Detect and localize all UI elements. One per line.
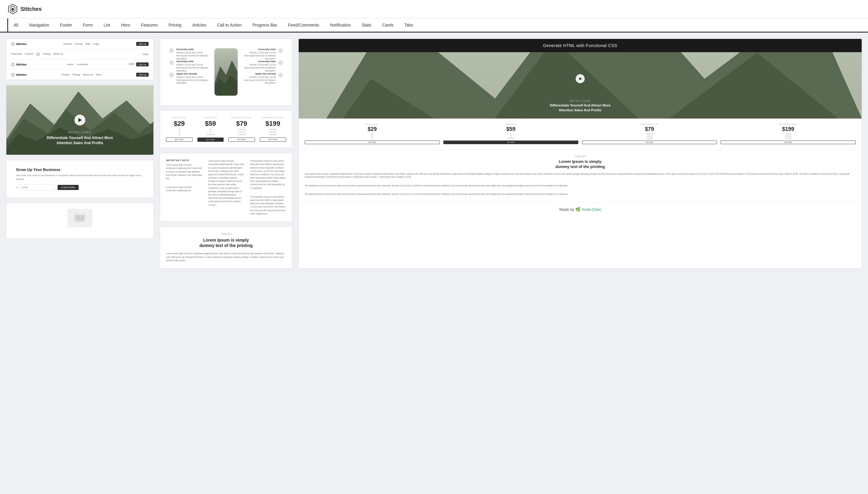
article-left-text-2: Lorem ipsum dolor sit amet, consectetur … — [166, 186, 202, 192]
nav-preview-logo-3: Stitches — [11, 63, 26, 66]
cta-preview: Grow Up Your Business Duis aute irure do… — [6, 160, 153, 197]
nav-preview-links-4: Product Pricing About Us Docs — [61, 73, 101, 76]
nav-item-form[interactable]: Form — [77, 18, 98, 32]
nav-preview-signup-3[interactable]: Sign Up — [136, 62, 149, 66]
pricing-corp-btn[interactable]: BUY NOW — [229, 137, 255, 142]
pricing-basic-btn[interactable]: BUY NOW — [166, 137, 193, 142]
header: Stitches — [0, 0, 868, 18]
right-plan-enterprise: ENTERPRISE PLAN $199 UnlimitedUnlimitedU… — [721, 124, 856, 144]
svg-rect-12 — [75, 215, 84, 221]
article-right-text-1: Lorem ipsum dolor sit amet, consectetur … — [208, 159, 244, 207]
nav-preview-btn-1[interactable]: Sign Up — [136, 42, 149, 46]
right-team-btn[interactable]: BUY NOW — [443, 140, 578, 144]
thumbnail-image — [74, 213, 86, 223]
nav-item-features[interactable]: Features — [136, 18, 163, 32]
pricing-team-btn[interactable]: BUY NOW — [197, 137, 224, 142]
play-triangle-icon — [78, 118, 82, 122]
article-right-col: Lorem ipsum dolor sit amet, consectetur … — [208, 159, 244, 215]
svg-marker-2 — [12, 8, 14, 11]
right-column: Generate HTML with Functional CSS — [298, 39, 862, 268]
nav-item-feed[interactable]: Feed/Comments — [282, 18, 324, 32]
heart-icon: 🌿 — [575, 207, 582, 212]
blog-text: Lorem ipsum dolor sit amet, consectetur … — [166, 252, 286, 262]
features-col-left: Generally traits Section 1.10.32 and 1.1… — [169, 48, 208, 96]
feature-dot-4 — [278, 48, 283, 53]
blog-date: 7 May 2015 — [166, 233, 286, 235]
nav-preview-logo-icon-3 — [11, 63, 15, 66]
nav-inner: All Navigation Footer Form List Hero Fea… — [7, 18, 861, 32]
main-layout: Stitches Product Pricing Help Login Sign… — [0, 33, 868, 274]
feature-item-2: Generally traits Section 1.10.32 and 1.1… — [169, 60, 208, 72]
right-play-button[interactable] — [576, 74, 585, 83]
author-name: Amie Chen — [582, 207, 601, 212]
nav-item-articles[interactable]: Articles — [187, 18, 212, 32]
cta-subscribe-btn[interactable]: SUBSCRIBE — [58, 185, 79, 190]
nav-preview-links-2: Subscribe Product Pricing About Us — [11, 53, 63, 56]
article-right-text-2: The standard chunk of Lorem Ipsum used s… — [250, 159, 286, 190]
mid-column: Generally traits Section 1.10.32 and 1.1… — [160, 39, 292, 268]
cta-text: Duis aute irure dolor in reprehenderit i… — [16, 174, 144, 181]
pricing-enterprise-btn[interactable]: BUY NOW — [260, 137, 286, 142]
svg-marker-3 — [12, 42, 14, 45]
pricing-card: BASIC PLAN $29 101010 BUY NOW TEAM PLAN … — [160, 110, 292, 148]
phone-mockup — [214, 48, 238, 96]
nav-item-list[interactable]: List — [98, 18, 116, 32]
feature-item-4: Generally traits Section 1.10.32 and 1.1… — [244, 48, 283, 60]
nav-preview-logo-icon-4 — [11, 73, 15, 77]
logo[interactable]: Stitches — [7, 4, 42, 15]
logo-text: Stitches — [20, 6, 42, 12]
svg-marker-4 — [37, 53, 39, 56]
play-button[interactable] — [75, 115, 85, 126]
cta-card: Grow Up Your Business Duis aute irure do… — [6, 160, 154, 198]
right-plan-team: TEAM PLAN $59 1010Unlimited BUY NOW — [443, 124, 578, 144]
blog-card: 7 May 2015 Lorem Ipsum is simply dummy t… — [160, 227, 292, 268]
nav-preview-links-1: Product Pricing Help Login — [64, 42, 99, 45]
nav-item-pricing[interactable]: Pricing — [163, 18, 187, 32]
cta-email-input[interactable] — [19, 185, 55, 190]
nav-item-all[interactable]: All — [8, 18, 24, 32]
right-article-title: Lorem Ipsum is simplydummy text of the p… — [305, 159, 856, 170]
nav-preview-logo-4: Stitches — [11, 73, 26, 77]
nav-item-tabs[interactable]: Tabs — [399, 18, 419, 32]
generate-button[interactable]: Generate HTML with Functional CSS — [299, 39, 862, 52]
nav-item-cta[interactable]: Call to Action — [212, 18, 247, 32]
nav-item-navigation[interactable]: Navigation — [24, 18, 55, 32]
pricing-plan-enterprise: ENTERPRISE PLAN $199 UnlimitedUnlimitedU… — [260, 117, 286, 142]
right-hero-title: Differentiate Yourself And Attract MoreA… — [550, 103, 611, 113]
made-by-text: Made by — [559, 207, 574, 212]
right-enterprise-btn[interactable]: BUY NOW — [721, 140, 856, 144]
nav-item-footer[interactable]: Footer — [55, 18, 77, 32]
right-article-text-2: The standard chunk of Lorem Ipsum used s… — [305, 184, 856, 187]
svg-marker-5 — [12, 63, 14, 66]
nav-preview-btn-4[interactable]: Sign Up — [136, 73, 149, 77]
right-basic-btn[interactable]: BUY NOW — [305, 140, 440, 144]
nav-item-cards[interactable]: Cards — [377, 18, 399, 32]
nav-item-stats[interactable]: Stats — [356, 18, 377, 32]
nav-item-progress[interactable]: Progress Bar — [247, 18, 283, 32]
bottom-small-card — [6, 203, 154, 239]
feature-dot-1 — [169, 48, 174, 53]
right-corp-btn[interactable]: BUY NOW — [582, 140, 717, 144]
right-pricing-grid: BASIC PLAN $29 101010 BUY NOW TEAM PLAN … — [305, 124, 856, 144]
nav-preview-links-3: Home Customize — [67, 63, 88, 66]
right-play-triangle-icon — [579, 77, 582, 80]
nav-preview-logo-icon-2 — [36, 53, 40, 56]
article-left-col: IMPORTANT NOTE Lorem ipsum dolor sit ame… — [166, 159, 202, 215]
cta-title: Grow Up Your Business — [16, 167, 144, 172]
feature-item-6: Apple has already Section 1.10.32 and 1.… — [244, 72, 283, 84]
article-far-right-col: The standard chunk of Lorem Ipsum used s… — [250, 159, 286, 215]
blog-title: Lorem Ipsum is simply dummy text of the … — [166, 238, 286, 248]
right-article-text-3: The standard chunk of Lorem Ipsum used s… — [305, 193, 856, 196]
nav-preview-1: Stitches Product Pricing Help Login Sign… — [6, 39, 153, 49]
nav-bar: All Navigation Footer Form List Hero Fea… — [0, 18, 868, 33]
pricing-plan-team: TEAM PLAN $59 1010Unlimited BUY NOW — [197, 117, 224, 142]
thumbnail-placeholder — [68, 209, 92, 227]
features-double: Generally traits Section 1.10.32 and 1.1… — [166, 45, 286, 99]
article-left-text: Lorem ipsum dolor sit amet, consectetur … — [166, 163, 202, 180]
feature-dot-2 — [169, 60, 174, 65]
articles-card: IMPORTANT NOTE Lorem ipsum dolor sit ame… — [160, 153, 292, 222]
nav-item-hero[interactable]: Hero — [116, 18, 136, 32]
right-article-text-1: Lorem ipsum dolor sit amet, consectetur … — [305, 172, 856, 179]
nav-item-notification[interactable]: Notification — [324, 18, 356, 32]
cta-row: ✉ SUBSCRIBE — [16, 185, 144, 190]
